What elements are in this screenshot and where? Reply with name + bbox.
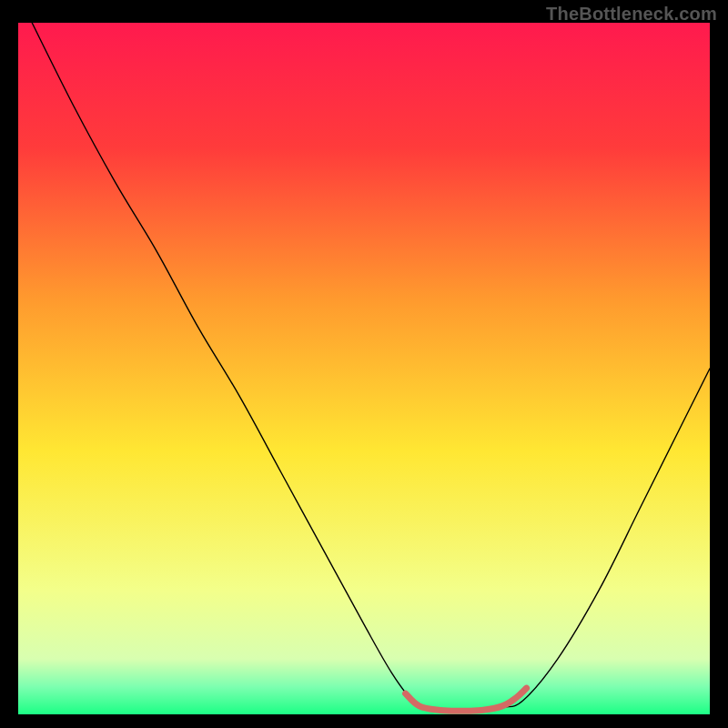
chart-stage: TheBottleneck.com	[0, 0, 728, 728]
chart-background	[18, 23, 710, 714]
chart-plot	[18, 23, 710, 714]
chart-svg	[18, 23, 710, 714]
watermark-text: TheBottleneck.com	[546, 4, 717, 25]
